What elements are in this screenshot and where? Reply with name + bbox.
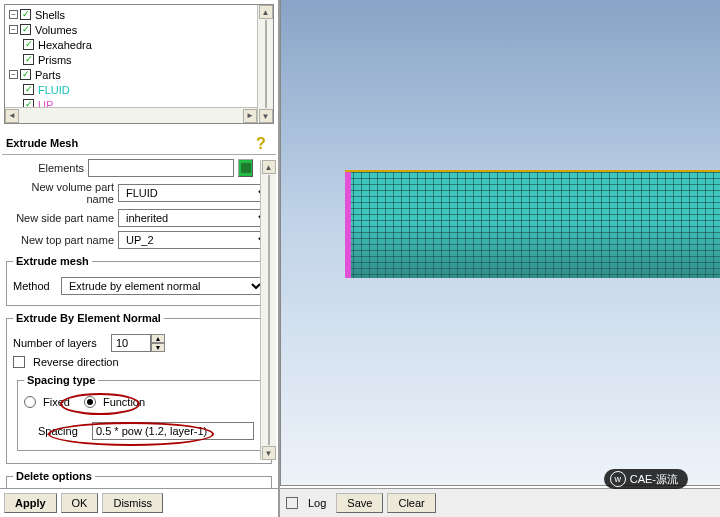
checkbox-icon[interactable]: ✓ (20, 24, 31, 35)
tree-shells[interactable]: Shells (33, 9, 65, 21)
extrude-mesh-group: Extrude mesh Method Extrude by element n… (6, 255, 272, 306)
checkbox-icon[interactable]: ✓ (23, 39, 34, 50)
scroll-right-icon[interactable]: ► (243, 109, 257, 123)
clear-button[interactable]: Clear (387, 493, 435, 513)
checkbox-icon[interactable]: ✓ (23, 54, 34, 65)
extrude-normal-group: Extrude By Element Normal Number of laye… (6, 312, 272, 464)
extrude-mesh-panel: Extrude Mesh ? Elements … New volume par… (2, 132, 276, 488)
watermark: wCAE-源流 (604, 469, 688, 489)
apply-button[interactable]: Apply (4, 493, 57, 513)
layers-input[interactable] (111, 334, 151, 352)
tree-parts[interactable]: Parts (33, 69, 61, 81)
newtop-select[interactable]: UP_2 (118, 231, 272, 249)
tree-volumes[interactable]: Volumes (33, 24, 77, 36)
fixed-radio[interactable] (24, 396, 36, 408)
ok-button[interactable]: OK (61, 493, 99, 513)
svg-rect-0 (241, 163, 251, 173)
newvol-select[interactable]: FLUID (118, 184, 272, 202)
method-label: Method (13, 280, 57, 292)
checkbox-icon[interactable]: ✓ (20, 69, 31, 80)
scroll-up-icon[interactable]: ▲ (259, 5, 273, 19)
button-bar: Apply OK Dismiss (0, 488, 278, 517)
collapse-icon[interactable]: − (9, 70, 18, 79)
newside-select[interactable]: inherited (118, 209, 272, 227)
save-button[interactable]: Save (336, 493, 383, 513)
spacing-input[interactable] (92, 422, 254, 440)
reverse-label: Reverse direction (33, 356, 119, 368)
elements-input[interactable] (88, 159, 234, 177)
tree-hexa[interactable]: Hexahedra (36, 39, 92, 51)
spacing-label: Spacing (38, 425, 88, 437)
dismiss-button[interactable]: Dismiss (102, 493, 163, 513)
scroll-down-icon[interactable]: ▼ (259, 109, 273, 123)
log-bar: Log Save Clear (280, 488, 720, 517)
function-label: Function (103, 396, 145, 408)
scroll-left-icon[interactable]: ◄ (5, 109, 19, 123)
log-checkbox[interactable] (286, 497, 298, 509)
collapse-icon[interactable]: − (9, 25, 18, 34)
tree-scrollbar-h[interactable]: ◄► (5, 107, 257, 123)
delete-options-group: Delete options Delete original elements … (6, 470, 272, 488)
tree-prisms[interactable]: Prisms (36, 54, 72, 66)
spacing-type-group: Spacing type Fixed Function Spacing (17, 374, 261, 451)
panel-title: Extrude Mesh (6, 137, 78, 149)
checkbox-icon[interactable]: ✓ (23, 84, 34, 95)
log-label: Log (308, 497, 326, 509)
layers-label: Number of layers (13, 337, 107, 349)
tree-fluid[interactable]: FLUID (36, 84, 70, 96)
checkbox-icon[interactable]: ✓ (20, 9, 31, 20)
tree-scrollbar-v[interactable]: ▲▼ (257, 5, 273, 123)
collapse-icon[interactable]: − (9, 10, 18, 19)
wechat-icon: w (610, 471, 626, 487)
scroll-down-icon[interactable]: ▼ (262, 446, 276, 460)
reverse-checkbox[interactable] (13, 356, 25, 368)
spin-down-icon[interactable]: ▼ (151, 343, 165, 352)
panel-scrollbar[interactable]: ▲▼ (260, 160, 276, 460)
spin-up-icon[interactable]: ▲ (151, 334, 165, 343)
fixed-label: Fixed (43, 396, 70, 408)
newtop-label: New top part name (6, 234, 114, 246)
newside-label: New side part name (6, 212, 114, 224)
function-radio[interactable] (84, 396, 96, 408)
mesh-preview (345, 170, 720, 278)
scroll-up-icon[interactable]: ▲ (262, 160, 276, 174)
select-elements-icon[interactable] (238, 159, 253, 177)
newvol-label: New volume part name (6, 181, 114, 205)
elements-label: Elements (6, 162, 84, 174)
viewport-3d[interactable] (280, 0, 720, 486)
method-select[interactable]: Extrude by element normal (61, 277, 265, 295)
tree-pane: −✓Shells −✓Volumes ✓Hexahedra ✓Prisms −✓… (4, 4, 274, 124)
help-icon[interactable]: ? (256, 135, 272, 151)
